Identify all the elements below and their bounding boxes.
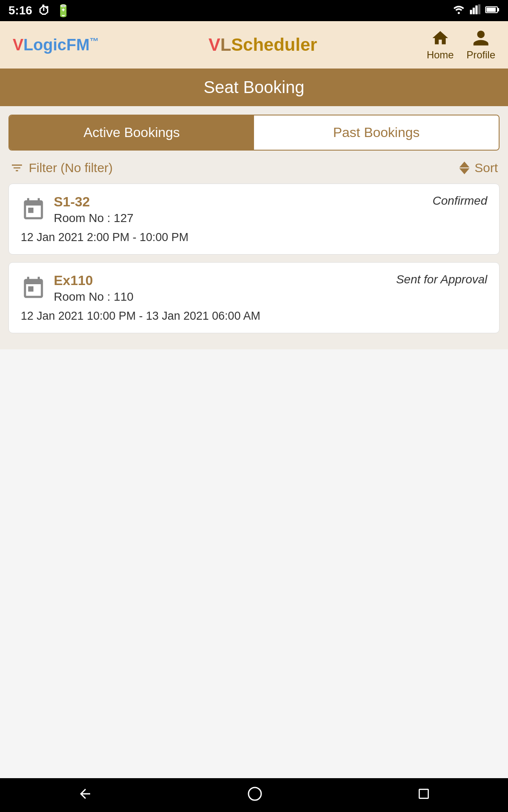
- filter-icon: [10, 161, 24, 175]
- booking-card-1[interactable]: S1-32 Room No : 127 Confirmed 12 Jan 202…: [8, 184, 500, 255]
- home-label: Home: [427, 49, 454, 61]
- logo: VLogicFM™: [13, 36, 99, 54]
- svg-rect-7: [486, 8, 496, 12]
- profile-nav-item[interactable]: Profile: [467, 29, 495, 61]
- sort-arrows: [459, 162, 469, 174]
- sort-arrow-down: [459, 168, 469, 174]
- home-nav-item[interactable]: Home: [427, 29, 454, 61]
- main-content: Active Bookings Past Bookings Filter (No…: [0, 106, 508, 349]
- logo-logic: Logic: [23, 36, 66, 54]
- sort-arrow-up: [459, 162, 469, 167]
- booking-name-1: S1-32: [54, 194, 133, 210]
- section-title-bar: Seat Booking: [0, 69, 508, 106]
- booking-card-2-header: Ex110 Room No : 110 Sent for Approval: [21, 273, 487, 304]
- signal-icon: [470, 4, 481, 17]
- booking-name-2: Ex110: [54, 273, 133, 288]
- calendar-icon-1: [21, 197, 46, 222]
- svg-rect-2: [473, 8, 475, 14]
- time-display: 5:16: [8, 4, 32, 17]
- logo-tm: ™: [90, 36, 99, 47]
- logo-fm: FM: [66, 36, 90, 54]
- svg-point-8: [248, 787, 261, 800]
- svg-rect-9: [420, 789, 428, 798]
- booking-status-2: Sent for Approval: [396, 273, 487, 286]
- booking-room-1: Room No : 127: [54, 211, 133, 225]
- app-title-suffix: Scheduler: [231, 35, 317, 55]
- status-bar: 5:16 ⏱ 🔋: [0, 0, 508, 21]
- svg-rect-6: [497, 8, 499, 11]
- sort-label: Sort: [475, 161, 498, 175]
- svg-rect-3: [475, 5, 478, 14]
- booking-time-2: 12 Jan 2021 10:00 PM - 13 Jan 2021 06:00…: [21, 310, 487, 323]
- booking-info-1: S1-32 Room No : 127: [54, 194, 133, 225]
- battery-icon: [485, 4, 500, 17]
- booking-card-1-header: S1-32 Room No : 127 Confirmed: [21, 194, 487, 225]
- booking-card-2[interactable]: Ex110 Room No : 110 Sent for Approval 12…: [8, 262, 500, 333]
- booking-time-1: 12 Jan 2021 2:00 PM - 10:00 PM: [21, 231, 487, 244]
- home-circle-button[interactable]: [247, 786, 262, 804]
- status-left: 5:16 ⏱ 🔋: [8, 4, 71, 18]
- profile-icon: [472, 29, 490, 47]
- app-title-prefix: VL: [208, 35, 231, 55]
- section-title: Seat Booking: [13, 78, 495, 97]
- app-title: VLScheduler: [208, 35, 317, 55]
- home-icon: [431, 29, 450, 47]
- booking-card-1-left: S1-32 Room No : 127: [21, 194, 133, 225]
- filter-button[interactable]: Filter (No filter): [10, 161, 113, 175]
- calendar-icon-2: [21, 276, 46, 301]
- filter-sort-row: Filter (No filter) Sort: [8, 161, 500, 175]
- booking-info-2: Ex110 Room No : 110: [54, 273, 133, 304]
- recent-apps-button[interactable]: [417, 787, 431, 804]
- filter-label: Filter (No filter): [29, 161, 113, 175]
- booking-room-2: Room No : 110: [54, 290, 133, 304]
- svg-rect-4: [478, 4, 480, 14]
- booking-card-2-left: Ex110 Room No : 110: [21, 273, 133, 304]
- podcast-icon: ⏱: [38, 4, 50, 18]
- back-button[interactable]: [77, 786, 93, 804]
- svg-point-0: [458, 12, 460, 14]
- status-right: [453, 4, 500, 17]
- wifi-icon: [453, 4, 466, 17]
- logo-v: V: [13, 36, 23, 54]
- booking-status-1: Confirmed: [433, 194, 487, 208]
- header-nav: Home Profile: [427, 29, 495, 61]
- svg-rect-1: [470, 10, 472, 14]
- battery-small-icon: 🔋: [56, 4, 71, 18]
- tabs: Active Bookings Past Bookings: [8, 115, 500, 151]
- tab-past-bookings[interactable]: Past Bookings: [254, 115, 499, 150]
- profile-label: Profile: [467, 49, 495, 61]
- bottom-nav: [0, 778, 508, 812]
- sort-button[interactable]: Sort: [459, 161, 498, 175]
- tab-active-bookings[interactable]: Active Bookings: [9, 115, 254, 150]
- header: VLogicFM™ VLScheduler Home Profile: [0, 21, 508, 69]
